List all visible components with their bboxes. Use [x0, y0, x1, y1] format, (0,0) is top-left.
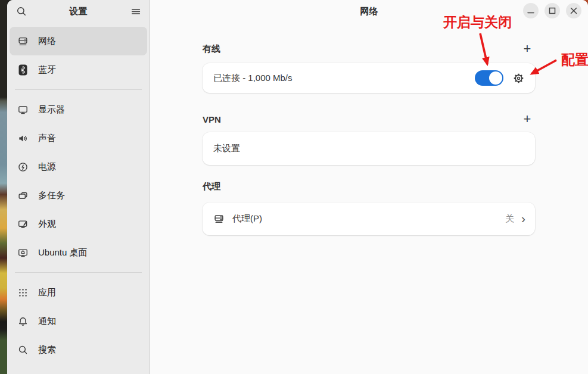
sidebar-item-label: 多任务 — [38, 190, 65, 201]
proxy-section-header: 代理 — [203, 180, 535, 193]
minimize-button[interactable] — [523, 3, 539, 18]
sidebar-item-label: 网络 — [38, 36, 56, 47]
hamburger-menu-icon — [130, 6, 141, 17]
network-icon — [17, 36, 29, 47]
vpn-section-header: VPN + — [203, 113, 535, 126]
window-controls — [523, 3, 581, 18]
maximize-button[interactable] — [545, 3, 560, 18]
sidebar: 设置 网络 — [7, 0, 150, 374]
sidebar-divider — [15, 89, 142, 90]
search-button[interactable] — [15, 5, 28, 18]
speaker-icon — [17, 133, 29, 144]
main-menu-button[interactable] — [129, 5, 142, 18]
sidebar-item-label: 声音 — [38, 133, 56, 144]
desktop-wallpaper-strip — [0, 0, 7, 374]
magnifier-icon — [17, 344, 29, 356]
add-vpn-button[interactable]: + — [519, 111, 535, 127]
proxy-section-title: 代理 — [203, 181, 220, 192]
display-icon — [17, 104, 29, 116]
vpn-section-title: VPN — [203, 114, 221, 124]
toggle-knob — [489, 71, 502, 85]
sidebar-item-appearance[interactable]: 外观 — [10, 210, 147, 238]
sidebar-item-label: 搜索 — [38, 344, 56, 356]
proxy-network-icon — [213, 213, 225, 225]
sidebar-item-label: 通知 — [38, 316, 56, 327]
minimize-icon — [523, 3, 539, 18]
search-icon — [16, 6, 27, 17]
bluetooth-icon — [17, 64, 29, 76]
sidebar-item-label: 显示器 — [38, 104, 65, 116]
power-icon — [17, 161, 29, 173]
sidebar-item-apps[interactable]: 应用 — [10, 278, 147, 307]
wired-section-title: 有线 — [203, 43, 220, 55]
main-panel: 网络 有线 + 已连接 - 1,000 Mb/s — [150, 0, 588, 374]
sidebar-item-multitasking[interactable]: 多任务 — [10, 181, 147, 210]
sidebar-item-label: 蓝牙 — [38, 64, 56, 76]
bell-icon — [17, 316, 29, 327]
wired-section-header: 有线 + — [203, 42, 535, 55]
sidebar-headerbar: 设置 — [7, 0, 150, 23]
sidebar-item-ubuntu-desktop[interactable]: Ubuntu 桌面 — [10, 238, 147, 267]
sidebar-nav: 网络 蓝牙 显示器 — [7, 23, 150, 364]
chevron-right-icon: › — [521, 212, 525, 225]
sidebar-item-network[interactable]: 网络 — [10, 27, 147, 55]
sidebar-item-search[interactable]: 搜索 — [10, 335, 147, 364]
sidebar-item-power[interactable]: 电源 — [10, 152, 147, 181]
multitasking-icon — [17, 190, 29, 201]
proxy-status-value: 关 — [505, 213, 514, 225]
sidebar-item-bluetooth[interactable]: 蓝牙 — [10, 55, 147, 84]
sidebar-item-notifications[interactable]: 通知 — [10, 307, 147, 335]
appearance-icon — [17, 219, 29, 230]
close-icon — [566, 3, 581, 18]
sidebar-item-sound[interactable]: 声音 — [10, 124, 147, 152]
wired-options-button[interactable] — [511, 71, 525, 85]
page-title: 网络 — [150, 6, 588, 17]
sidebar-divider — [15, 272, 142, 273]
sidebar-item-label: 电源 — [38, 161, 56, 173]
sidebar-item-label: 外观 — [38, 219, 56, 230]
vpn-status-label: 未设置 — [213, 143, 240, 154]
vpn-row: 未设置 — [203, 132, 535, 165]
add-wired-connection-button[interactable]: + — [519, 41, 535, 57]
maximize-icon — [545, 3, 560, 18]
close-button[interactable] — [566, 3, 581, 18]
apps-grid-icon — [17, 287, 29, 298]
proxy-label: 代理(P) — [232, 213, 262, 225]
sidebar-item-displays[interactable]: 显示器 — [10, 95, 147, 124]
sidebar-item-label: 应用 — [38, 287, 56, 298]
ubuntu-desktop-icon — [17, 247, 29, 258]
settings-window: 设置 网络 — [7, 0, 588, 374]
sidebar-title: 设置 — [28, 6, 129, 17]
sidebar-item-label: Ubuntu 桌面 — [38, 247, 88, 258]
wired-connection-label: 已连接 - 1,000 Mb/s — [213, 73, 293, 84]
gear-icon — [512, 72, 525, 85]
proxy-row[interactable]: 代理(P) 关 › — [203, 202, 535, 235]
wired-connection-row[interactable]: 已连接 - 1,000 Mb/s — [203, 63, 535, 93]
wired-toggle-switch[interactable] — [475, 70, 503, 86]
